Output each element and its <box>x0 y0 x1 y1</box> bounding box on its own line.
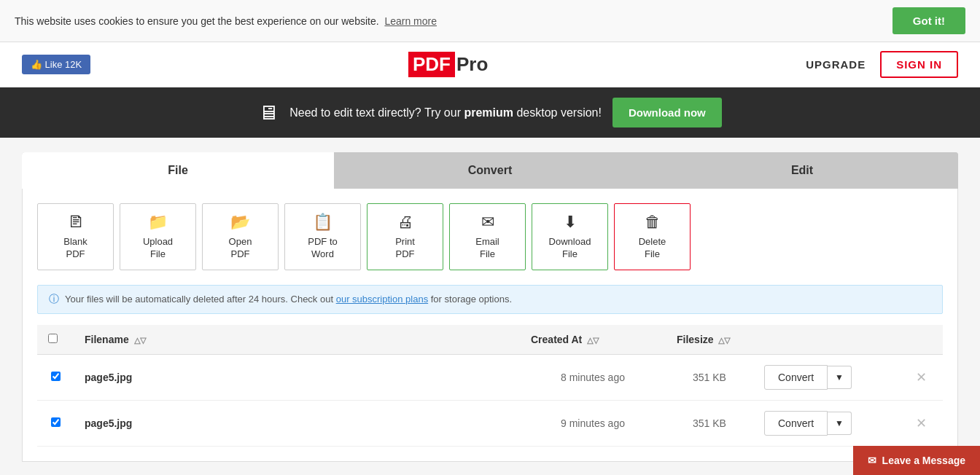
row-created-at-1: 9 minutes ago <box>520 400 666 446</box>
row-checkbox-cell <box>37 354 74 400</box>
tool-panel: 🖹 BlankPDF 📁 UploadFile 📂 OpenPDF 📋 PDF … <box>22 189 958 462</box>
row-checkbox-0[interactable] <box>51 372 61 381</box>
header: 👍 Like 12K PDF Pro UPGRADE SIGN IN <box>0 42 980 87</box>
download-file-button[interactable]: ⬇ DownloadFile <box>532 203 608 270</box>
row-filesize-0: 351 KB <box>666 354 753 400</box>
convert-dropdown-1[interactable]: ▼ <box>828 412 852 435</box>
cookie-banner: This website uses cookies to ensure you … <box>0 0 980 42</box>
cookie-text: This website uses cookies to ensure you … <box>15 15 437 27</box>
action-header <box>753 325 899 355</box>
logo-pdf: PDF <box>408 52 455 77</box>
info-text: Your files will be automatically deleted… <box>65 294 512 305</box>
pdf-to-word-button[interactable]: 📋 PDF toWord <box>284 203 361 270</box>
promo-text: Need to edit text directly? Try our prem… <box>289 106 602 119</box>
row-created-at-0: 8 minutes ago <box>520 354 666 400</box>
convert-dropdown-0[interactable]: ▼ <box>828 366 852 389</box>
delete-file-button[interactable]: 🗑 DeleteFile <box>614 203 691 270</box>
leave-message-label: Leave a Message <box>882 455 965 466</box>
open-pdf-label: OpenPDF <box>229 236 252 261</box>
learn-more-link[interactable]: Learn more <box>384 15 437 27</box>
promo-banner: 🖥 Need to edit text directly? Try our pr… <box>0 87 980 138</box>
print-pdf-label: PrintPDF <box>395 236 415 261</box>
row-filename-0: page5.jpg <box>74 354 520 400</box>
print-pdf-button[interactable]: 🖨 PrintPDF <box>367 203 443 270</box>
row-checkbox-cell <box>37 400 74 446</box>
logo: PDF Pro <box>408 52 488 77</box>
like-button[interactable]: 👍 Like 12K <box>22 55 90 74</box>
pdf-to-word-label: PDF toWord <box>308 236 337 261</box>
print-pdf-icon: 🖨 <box>397 213 413 232</box>
info-icon: ⓘ <box>49 293 59 306</box>
row-filesize-1: 351 KB <box>666 400 753 446</box>
upload-file-label: UploadFile <box>143 236 173 261</box>
convert-button-1[interactable]: Convert <box>764 411 828 436</box>
open-pdf-icon: 📂 <box>230 213 250 232</box>
tab-convert[interactable]: Convert <box>334 152 646 189</box>
convert-button-0[interactable]: Convert <box>764 365 828 390</box>
email-file-button[interactable]: ✉ EmailFile <box>449 203 526 270</box>
row-action-1: Convert ▼ <box>753 400 899 446</box>
download-now-button[interactable]: Download now <box>612 98 722 127</box>
blank-pdf-button[interactable]: 🖹 BlankPDF <box>37 203 114 270</box>
tab-edit[interactable]: Edit <box>646 152 958 189</box>
main-content: File Convert Edit 🖹 BlankPDF 📁 UploadFil… <box>0 138 980 475</box>
table-row: page5.jpg 8 minutes ago 351 KB Convert ▼… <box>37 354 943 400</box>
select-all-checkbox[interactable] <box>48 334 58 343</box>
got-it-button[interactable]: Got it! <box>892 7 965 34</box>
filename-header[interactable]: Filename △▽ <box>74 325 520 355</box>
email-file-label: EmailFile <box>475 236 499 261</box>
row-filename-1: page5.jpg <box>74 400 520 446</box>
table-row: page5.jpg 9 minutes ago 351 KB Convert ▼… <box>37 400 943 446</box>
info-bar: ⓘ Your files will be automatically delet… <box>37 285 943 314</box>
blank-pdf-icon: 🖹 <box>68 213 84 232</box>
filename-sort-icon: △▽ <box>134 336 146 345</box>
download-file-icon: ⬇ <box>564 213 577 232</box>
delete-header <box>899 325 943 355</box>
file-table: Filename △▽ Created At △▽ Filesize △▽ <box>37 325 943 447</box>
tab-file[interactable]: File <box>22 152 334 189</box>
row-delete-0: ✕ <box>899 354 943 400</box>
signin-button[interactable]: SIGN IN <box>880 51 958 78</box>
tabs: File Convert Edit <box>22 152 958 189</box>
tool-buttons: 🖹 BlankPDF 📁 UploadFile 📂 OpenPDF 📋 PDF … <box>37 203 943 270</box>
row-action-0: Convert ▼ <box>753 354 899 400</box>
row-delete-1: ✕ <box>899 400 943 446</box>
open-pdf-button[interactable]: 📂 OpenPDF <box>202 203 279 270</box>
delete-file-label: DeleteFile <box>639 236 666 261</box>
created-at-header[interactable]: Created At △▽ <box>520 325 666 355</box>
filesize-sort-icon: △▽ <box>718 336 730 345</box>
delete-row-button-1[interactable]: ✕ <box>916 415 927 431</box>
subscription-plans-link[interactable]: our subscription plans <box>336 294 428 305</box>
row-checkbox-1[interactable] <box>51 417 61 427</box>
logo-pro: Pro <box>456 53 488 76</box>
email-file-icon: ✉ <box>481 213 494 232</box>
leave-message-widget[interactable]: ✉ Leave a Message <box>853 446 980 475</box>
upload-file-button[interactable]: 📁 UploadFile <box>120 203 196 270</box>
filesize-header[interactable]: Filesize △▽ <box>666 325 753 355</box>
select-all-header <box>37 325 74 355</box>
created-at-sort-icon: △▽ <box>587 336 599 345</box>
delete-file-icon: 🗑 <box>645 213 661 232</box>
delete-row-button-0[interactable]: ✕ <box>916 369 927 385</box>
pdf-to-word-icon: 📋 <box>313 213 332 232</box>
header-right: UPGRADE SIGN IN <box>806 51 958 78</box>
message-icon: ✉ <box>868 455 876 466</box>
upgrade-link[interactable]: UPGRADE <box>806 58 866 71</box>
upload-file-icon: 📁 <box>148 213 168 232</box>
blank-pdf-label: BlankPDF <box>63 236 88 261</box>
monitor-icon: 🖥 <box>258 101 279 125</box>
download-file-label: DownloadFile <box>549 236 591 261</box>
